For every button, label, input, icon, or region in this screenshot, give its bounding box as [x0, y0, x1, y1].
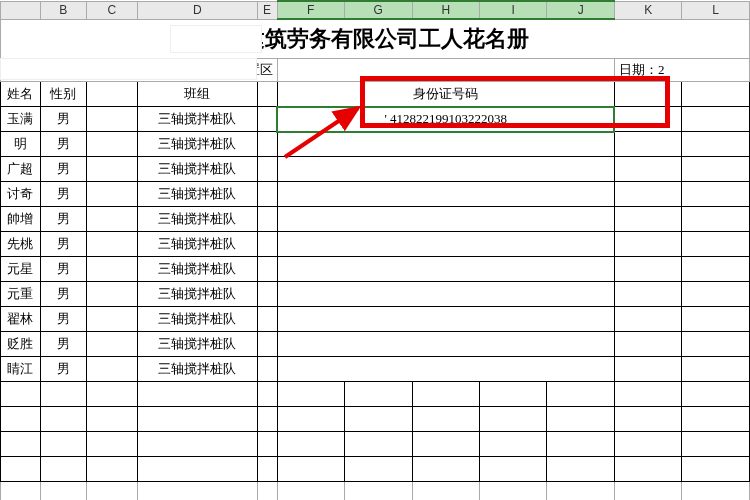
cell-name: 元星 [1, 257, 41, 282]
empty-cell [682, 457, 750, 482]
empty-cell [480, 382, 547, 407]
cell-idcard[interactable] [277, 357, 614, 382]
cell-empty [86, 182, 138, 207]
empty-cell [277, 457, 344, 482]
cell-k [614, 357, 682, 382]
empty-cell [480, 407, 547, 432]
empty-cell [547, 457, 614, 482]
col-header-C[interactable]: C [86, 1, 138, 19]
empty-cell [257, 482, 277, 501]
col-header-H[interactable]: H [412, 1, 479, 19]
cell-team: 三轴搅拌桩队 [138, 132, 258, 157]
cell-l [682, 257, 750, 282]
cell-empty [86, 107, 138, 132]
cell-l [682, 332, 750, 357]
empty-cell [412, 407, 479, 432]
cell-idcard[interactable] [277, 182, 614, 207]
col-header-B[interactable]: B [40, 1, 86, 19]
cell-k [614, 182, 682, 207]
col-header-G[interactable]: G [345, 1, 413, 19]
header-gender: 性别 [40, 82, 86, 107]
col-header-J[interactable]: J [547, 1, 614, 19]
cell-k [614, 257, 682, 282]
cell-idcard[interactable] [277, 132, 614, 157]
cell-gap [257, 282, 277, 307]
cell-l [682, 132, 750, 157]
empty-cell [257, 457, 277, 482]
col-header-E[interactable]: E [257, 1, 277, 19]
col-header-L[interactable]: L [682, 1, 750, 19]
empty-cell [412, 432, 479, 457]
cell-k [614, 332, 682, 357]
cell-gender: 男 [40, 107, 86, 132]
cell-gap [257, 257, 277, 282]
cell-gender: 男 [40, 357, 86, 382]
cell-k [614, 232, 682, 257]
cell-empty [86, 207, 138, 232]
cell-idcard[interactable] [277, 332, 614, 357]
cell-k [614, 207, 682, 232]
cell-idcard[interactable] [277, 157, 614, 182]
col-header-D[interactable]: D [138, 1, 258, 19]
cell-gender: 男 [40, 332, 86, 357]
empty-cell [412, 382, 479, 407]
col-header-K[interactable]: K [614, 1, 682, 19]
empty-cell [277, 382, 344, 407]
subtitle-mid [277, 59, 614, 82]
empty-cell [86, 482, 138, 501]
cell-gap [257, 132, 277, 157]
cell-team: 三轴搅拌桩队 [138, 332, 258, 357]
empty-cell [345, 457, 413, 482]
header-team: 班组 [138, 82, 258, 107]
empty-cell [40, 432, 86, 457]
redaction-patch [170, 25, 262, 53]
cell-k [614, 282, 682, 307]
empty-cell [345, 432, 413, 457]
page-title: 翔建筑劳务有限公司工人花名册 [1, 19, 750, 59]
col-header-F[interactable]: F [277, 1, 344, 19]
cell-team: 三轴搅拌桩队 [138, 207, 258, 232]
header-empty [86, 82, 138, 107]
cell-team: 三轴搅拌桩队 [138, 307, 258, 332]
cell-l [682, 232, 750, 257]
cell-idcard[interactable] [277, 257, 614, 282]
cell-team: 三轴搅拌桩队 [138, 357, 258, 382]
empty-cell [138, 407, 258, 432]
empty-cell [547, 432, 614, 457]
empty-cell [345, 482, 413, 501]
cell-gender: 男 [40, 157, 86, 182]
empty-cell [614, 482, 682, 501]
empty-cell [1, 407, 41, 432]
empty-cell [480, 482, 547, 501]
header-idcard: 身份证号码 [277, 82, 614, 107]
cell-empty [86, 282, 138, 307]
cell-name: 睛江 [1, 357, 41, 382]
cell-gender: 男 [40, 257, 86, 282]
cell-team: 三轴搅拌桩队 [138, 257, 258, 282]
empty-cell [138, 382, 258, 407]
empty-cell [257, 407, 277, 432]
col-header-I[interactable]: I [480, 1, 547, 19]
cell-empty [86, 332, 138, 357]
empty-cell [345, 407, 413, 432]
empty-cell [412, 482, 479, 501]
cell-team: 三轴搅拌桩队 [138, 232, 258, 257]
empty-cell [40, 457, 86, 482]
cell-idcard[interactable]: ' 412822199103222038 [277, 107, 614, 132]
empty-cell [682, 382, 750, 407]
cell-gap [257, 157, 277, 182]
cell-idcard[interactable] [277, 307, 614, 332]
cell-idcard[interactable] [277, 232, 614, 257]
cell-gap [257, 307, 277, 332]
cell-idcard[interactable] [277, 207, 614, 232]
cell-team: 三轴搅拌桩队 [138, 182, 258, 207]
empty-cell [547, 482, 614, 501]
cell-gap [257, 332, 277, 357]
empty-cell [614, 382, 682, 407]
empty-cell [138, 457, 258, 482]
cell-l [682, 182, 750, 207]
empty-cell [682, 432, 750, 457]
cell-team: 三轴搅拌桩队 [138, 107, 258, 132]
cell-empty [86, 132, 138, 157]
cell-idcard[interactable] [277, 282, 614, 307]
